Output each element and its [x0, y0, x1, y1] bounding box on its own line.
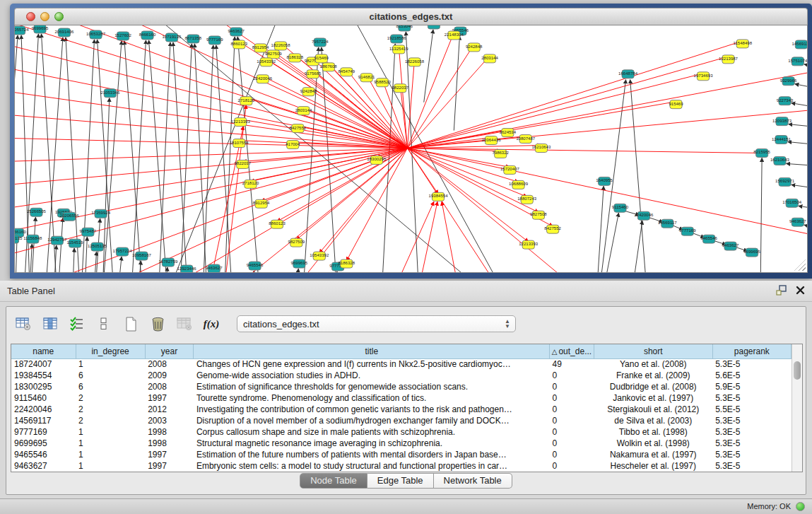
- network-node-yellow[interactable]: 2867608: [320, 63, 337, 71]
- cell-name[interactable]: 9465546: [11, 449, 76, 460]
- cell-pagerank[interactable]: 5.3E-5: [712, 392, 791, 404]
- function-builder-icon[interactable]: f(x): [200, 313, 223, 334]
- network-node-yellow[interactable]: 3624534: [500, 129, 517, 137]
- network-node-yellow[interactable]: 9146821: [358, 74, 375, 82]
- column-header-title[interactable]: title: [194, 344, 550, 358]
- scrollbar-thumb[interactable]: [794, 361, 801, 380]
- table-row[interactable]: 1456911722003Disruption of a novel membe…: [11, 415, 792, 426]
- column-header-out_degree[interactable]: △out_de...: [550, 344, 594, 358]
- cell-title[interactable]: Structural magnetic resonance image aver…: [194, 438, 550, 449]
- network-node-teal[interactable]: 12444151: [772, 136, 792, 144]
- network-node-yellow[interactable]: 15720407: [500, 165, 520, 174]
- network-node-teal[interactable]: 8671358: [185, 35, 202, 43]
- network-node-teal[interactable]: 19218586: [387, 35, 407, 43]
- cell-short[interactable]: Tibbo et al. (1998): [594, 426, 712, 438]
- cell-year[interactable]: 1997: [145, 460, 194, 472]
- cell-in_degree[interactable]: 1: [76, 449, 145, 460]
- network-node-teal[interactable]: 9465546: [700, 235, 717, 243]
- network-node-teal[interactable]: 9227343: [777, 97, 794, 105]
- cell-in_degree[interactable]: 2: [76, 415, 145, 426]
- network-node-yellow[interactable]: 2803144: [295, 107, 312, 115]
- cell-short[interactable]: Franke et al. (2009): [594, 370, 712, 381]
- network-node-teal[interactable]: 9777169: [679, 227, 696, 235]
- network-node-yellow[interactable]: 9827509: [288, 238, 305, 247]
- cell-pagerank[interactable]: 5.3E-5: [712, 415, 791, 426]
- cell-in_degree[interactable]: 1: [76, 426, 145, 438]
- network-node-yellow[interactable]: 9822037: [235, 160, 252, 168]
- network-node-yellow[interactable]: 18107554: [230, 139, 249, 148]
- network-node-yellow[interactable]: 18807243: [517, 195, 537, 204]
- cell-year[interactable]: 1997: [145, 392, 194, 404]
- table-row[interactable]: 2242004622012Investigating the contribut…: [11, 404, 792, 415]
- table-row[interactable]: 911546021997Tourette syndrome. Phenomeno…: [11, 392, 792, 404]
- unselect-rows-icon[interactable]: [93, 313, 115, 334]
- network-node-teal[interactable]: 9463627: [206, 264, 223, 272]
- cell-pagerank[interactable]: 5.3E-5: [712, 358, 791, 370]
- table-row[interactable]: 977716911998Corpus callosum shape and si…: [11, 426, 792, 438]
- cell-in_degree[interactable]: 2: [76, 392, 145, 404]
- cell-short[interactable]: Dudbridge et al. (2008): [594, 381, 712, 392]
- cell-name[interactable]: 14569117: [11, 415, 76, 426]
- cell-out_degree[interactable]: 49: [550, 358, 594, 370]
- cell-short[interactable]: Jankovic et al. (1997): [594, 392, 712, 404]
- network-node-yellow[interactable]: 7986322: [492, 149, 509, 158]
- table-row[interactable]: 1872400712008Changes of HCN gene express…: [11, 358, 792, 370]
- network-node-yellow[interactable]: 10543392: [257, 58, 276, 66]
- network-node-yellow[interactable]: 2803144: [481, 54, 498, 63]
- network-node-yellow[interactable]: 9827508: [530, 211, 547, 219]
- network-node-teal[interactable]: 9115460: [612, 204, 629, 212]
- network-node-teal[interactable]: 9463627: [228, 28, 245, 36]
- cell-title[interactable]: Tourette syndrome. Phenomenology and cla…: [194, 392, 550, 404]
- cell-short[interactable]: Yano et al. (2008): [594, 358, 712, 370]
- cell-pagerank[interactable]: 5.3E-5: [712, 449, 791, 460]
- cell-short[interactable]: Nakamura et al. (1997): [594, 449, 712, 460]
- network-node-yellow[interactable]: 915469: [314, 54, 329, 63]
- network-node-teal[interactable]: 16782759: [158, 258, 178, 267]
- network-node-yellow[interactable]: 2718120: [238, 97, 255, 105]
- table-header-row[interactable]: namein_degreeyeartitle△out_de...shortpag…: [11, 344, 792, 358]
- cell-out_degree[interactable]: 0: [550, 438, 594, 449]
- network-node-yellow[interactable]: 16210643: [531, 144, 551, 153]
- cell-out_degree[interactable]: 0: [550, 381, 594, 392]
- network-node-yellow[interactable]: 2718120: [242, 180, 259, 188]
- network-node-yellow[interactable]: 417004: [286, 141, 300, 149]
- cell-title[interactable]: Genome-wide association studies in ADHD.: [194, 370, 550, 381]
- network-node-teal[interactable]: 17359924: [91, 209, 111, 218]
- table-row[interactable]: 1830029562008Estimation of significance …: [11, 381, 792, 392]
- cell-year[interactable]: 2009: [145, 370, 194, 381]
- cell-out_degree[interactable]: 0: [550, 426, 594, 438]
- cell-pagerank[interactable]: 5.9E-5: [712, 381, 791, 392]
- network-node-teal[interactable]: 14569117: [658, 219, 677, 228]
- table-settings-icon[interactable]: [12, 313, 35, 334]
- cell-name[interactable]: 9777169: [11, 426, 76, 438]
- cell-pagerank[interactable]: 5.3E-5: [712, 438, 791, 449]
- network-node-yellow[interactable]: 12213987: [719, 55, 739, 64]
- cell-year[interactable]: 1998: [145, 426, 194, 438]
- network-node-yellow[interactable]: 9175685: [305, 70, 322, 78]
- column-header-in_degree[interactable]: in_degree: [76, 344, 145, 358]
- network-node-yellow[interactable]: 22420046: [253, 75, 273, 83]
- cell-name[interactable]: 22420046: [11, 404, 76, 415]
- network-node-yellow[interactable]: 11548498: [734, 40, 753, 48]
- network-node-teal[interactable]: 9975487: [80, 228, 97, 236]
- memory-ok-indicator-icon[interactable]: [796, 502, 805, 511]
- network-node-yellow[interactable]: 11325419: [389, 45, 408, 54]
- column-header-name[interactable]: name: [11, 344, 76, 358]
- cell-name[interactable]: 9115460: [11, 392, 76, 404]
- cell-in_degree[interactable]: 6: [76, 370, 145, 381]
- select-all-rows-icon[interactable]: [66, 313, 88, 334]
- cell-title[interactable]: Embryonic stem cells: a model to study s…: [194, 460, 550, 472]
- cell-out_degree[interactable]: 0: [550, 460, 594, 472]
- network-node-teal[interactable]: 17957224: [113, 247, 133, 256]
- cell-year[interactable]: 1998: [145, 438, 194, 449]
- cell-out_degree[interactable]: 0: [550, 370, 594, 381]
- cell-short[interactable]: de Silva et al. (2003): [594, 415, 712, 426]
- network-node-yellow[interactable]: 8186328: [338, 259, 355, 268]
- table-row[interactable]: 946362711997Embryonic stem cells: a mode…: [11, 460, 792, 472]
- delete-column-icon[interactable]: [146, 313, 169, 334]
- network-node-teal[interactable]: 1640955: [596, 177, 613, 185]
- network-node-yellow[interactable]: 22148304: [445, 31, 464, 40]
- network-node-teal[interactable]: 9463627: [722, 242, 739, 250]
- network-node-teal[interactable]: 8153046: [396, 25, 413, 31]
- tab-edge-table[interactable]: Edge Table: [367, 473, 434, 489]
